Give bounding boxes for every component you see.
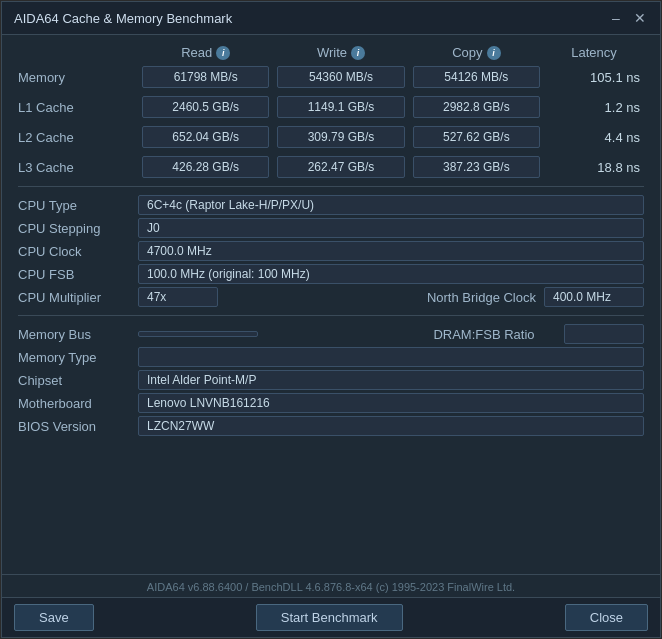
bench-label-1: L1 Cache (18, 100, 138, 115)
dram-fsb-label: DRAM:FSB Ratio (404, 327, 564, 342)
bench-label-0: Memory (18, 70, 138, 85)
bench-write-2: 309.79 GB/s (277, 126, 404, 148)
main-content: Read i Write i Copy i Latency Memory 617… (2, 35, 660, 574)
bench-row: L2 Cache 652.04 GB/s 309.79 GB/s 527.62 … (18, 126, 644, 148)
bench-write-3: 262.47 GB/s (277, 156, 404, 178)
cpu-clock-value: 4700.0 MHz (138, 241, 644, 261)
bench-copy-1: 2982.8 GB/s (413, 96, 540, 118)
minimize-button[interactable]: – (608, 10, 624, 26)
divider-2 (18, 315, 644, 316)
cpu-fsb-label: CPU FSB (18, 265, 138, 284)
read-info-icon[interactable]: i (216, 46, 230, 60)
bench-copy-2: 527.62 GB/s (413, 126, 540, 148)
header-write: Write i (273, 45, 408, 60)
nb-clock-label: North Bridge Clock (384, 290, 544, 305)
header-latency: Latency (544, 45, 644, 60)
bench-label-2: L2 Cache (18, 130, 138, 145)
bios-value: LZCN27WW (138, 416, 644, 436)
chipset-value: Intel Alder Point-M/P (138, 370, 644, 390)
bench-latency-1: 1.2 ns (544, 100, 644, 115)
footer-text: AIDA64 v6.88.6400 / BenchDLL 4.6.876.8-x… (2, 574, 660, 597)
bench-copy-0: 54126 MB/s (413, 66, 540, 88)
bench-row: L3 Cache 426.28 GB/s 262.47 GB/s 387.23 … (18, 156, 644, 178)
cpu-type-row: CPU Type 6C+4c (Raptor Lake-H/P/PX/U) CP… (18, 195, 644, 307)
bench-latency-2: 4.4 ns (544, 130, 644, 145)
memory-type-label: Memory Type (18, 348, 138, 367)
bottom-bar: Save Start Benchmark Close (2, 597, 660, 637)
cpu-stepping-label: CPU Stepping (18, 219, 138, 238)
header-copy: Copy i (409, 45, 544, 60)
cpu-multiplier-value: 47x (138, 287, 218, 307)
bench-read-2: 652.04 GB/s (142, 126, 269, 148)
chipset-label: Chipset (18, 371, 138, 390)
cpu-stepping-value: J0 (138, 218, 644, 238)
bench-copy-3: 387.23 GB/s (413, 156, 540, 178)
bench-write-0: 54360 MB/s (277, 66, 404, 88)
bench-read-0: 61798 MB/s (142, 66, 269, 88)
bench-label-3: L3 Cache (18, 160, 138, 175)
cpu-clock-label: CPU Clock (18, 242, 138, 261)
cpu-type-label: CPU Type (18, 196, 138, 215)
memory-type-value (138, 347, 644, 367)
motherboard-value: Lenovo LNVNB161216 (138, 393, 644, 413)
close-button[interactable]: ✕ (632, 10, 648, 26)
bench-read-1: 2460.5 GB/s (142, 96, 269, 118)
cpu-fsb-value: 100.0 MHz (original: 100 MHz) (138, 264, 644, 284)
bios-label: BIOS Version (18, 417, 138, 436)
bench-write-1: 1149.1 GB/s (277, 96, 404, 118)
motherboard-label: Motherboard (18, 394, 138, 413)
dram-fsb-value (564, 324, 644, 344)
bench-latency-0: 105.1 ns (544, 70, 644, 85)
write-info-icon[interactable]: i (351, 46, 365, 60)
bench-rows: Memory 61798 MB/s 54360 MB/s 54126 MB/s … (18, 66, 644, 178)
bench-latency-3: 18.8 ns (544, 160, 644, 175)
window-controls: – ✕ (608, 10, 648, 26)
bench-read-3: 426.28 GB/s (142, 156, 269, 178)
bench-row: L1 Cache 2460.5 GB/s 1149.1 GB/s 2982.8 … (18, 96, 644, 118)
header-read: Read i (138, 45, 273, 60)
cpu-multiplier-label: CPU Multiplier (18, 288, 138, 307)
bench-header: Read i Write i Copy i Latency (18, 45, 644, 60)
main-window: AIDA64 Cache & Memory Benchmark – ✕ Read… (1, 1, 661, 638)
save-button[interactable]: Save (14, 604, 94, 631)
nb-clock-value: 400.0 MHz (544, 287, 644, 307)
copy-info-icon[interactable]: i (487, 46, 501, 60)
cpu-type-value: 6C+4c (Raptor Lake-H/P/PX/U) (138, 195, 644, 215)
bench-row: Memory 61798 MB/s 54360 MB/s 54126 MB/s … (18, 66, 644, 88)
title-bar: AIDA64 Cache & Memory Benchmark – ✕ (2, 2, 660, 35)
window-title: AIDA64 Cache & Memory Benchmark (14, 11, 232, 26)
memory-bus-value (138, 331, 258, 337)
benchmark-button[interactable]: Start Benchmark (256, 604, 403, 631)
divider-1 (18, 186, 644, 187)
close-action-button[interactable]: Close (565, 604, 648, 631)
memory-bus-label: Memory Bus (18, 325, 138, 344)
